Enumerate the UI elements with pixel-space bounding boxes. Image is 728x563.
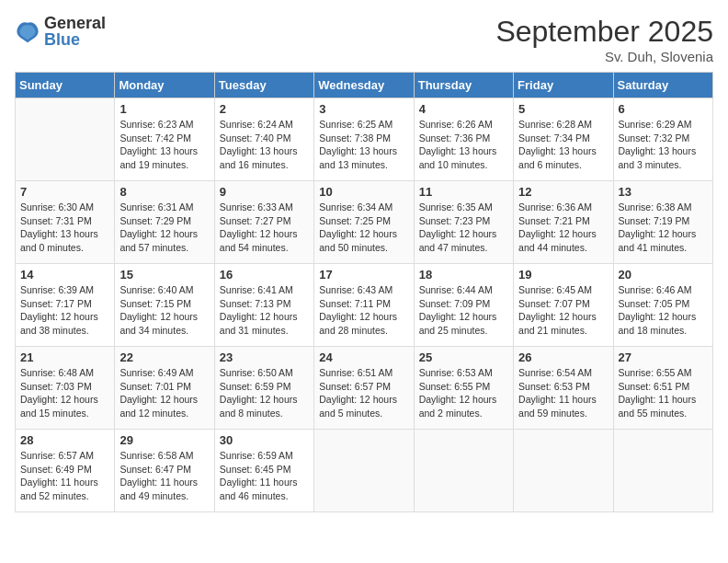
- month-title: September 2025: [495, 15, 713, 49]
- day-info: Sunrise: 6:57 AM Sunset: 6:49 PM Dayligh…: [20, 449, 109, 503]
- day-number: 15: [119, 268, 209, 282]
- calendar-week-1: 1Sunrise: 6:23 AM Sunset: 7:42 PM Daylig…: [16, 98, 713, 181]
- calendar-cell: 18Sunrise: 6:44 AM Sunset: 7:09 PM Dayli…: [414, 264, 513, 347]
- calendar-cell: 3Sunrise: 6:25 AM Sunset: 7:38 PM Daylig…: [314, 98, 414, 181]
- calendar-cell: 17Sunrise: 6:43 AM Sunset: 7:11 PM Dayli…: [314, 264, 414, 347]
- calendar-cell: [16, 98, 115, 181]
- day-number: 26: [518, 350, 608, 364]
- day-number: 5: [518, 102, 608, 116]
- calendar-cell: 21Sunrise: 6:48 AM Sunset: 7:03 PM Dayli…: [16, 347, 115, 430]
- day-info: Sunrise: 6:36 AM Sunset: 7:21 PM Dayligh…: [518, 201, 608, 255]
- day-number: 9: [220, 185, 309, 199]
- day-number: 22: [119, 350, 209, 364]
- calendar-cell: [514, 430, 613, 512]
- calendar-cell: 8Sunrise: 6:31 AM Sunset: 7:29 PM Daylig…: [115, 181, 214, 264]
- calendar-cell: 13Sunrise: 6:38 AM Sunset: 7:19 PM Dayli…: [613, 181, 712, 264]
- day-info: Sunrise: 6:59 AM Sunset: 6:45 PM Dayligh…: [220, 449, 309, 503]
- calendar-cell: 15Sunrise: 6:40 AM Sunset: 7:15 PM Dayli…: [115, 264, 214, 347]
- day-info: Sunrise: 6:58 AM Sunset: 6:47 PM Dayligh…: [119, 449, 209, 503]
- logo-text: General Blue: [44, 15, 106, 48]
- day-number: 11: [419, 185, 508, 199]
- title-block: September 2025 Sv. Duh, Slovenia: [495, 15, 713, 64]
- day-number: 8: [119, 185, 209, 199]
- col-sunday: Sunday: [16, 73, 115, 98]
- day-info: Sunrise: 6:44 AM Sunset: 7:09 PM Dayligh…: [419, 283, 508, 338]
- day-number: 17: [319, 268, 408, 282]
- calendar-cell: 1Sunrise: 6:23 AM Sunset: 7:42 PM Daylig…: [115, 98, 214, 181]
- day-number: 24: [319, 350, 408, 364]
- col-friday: Friday: [514, 73, 613, 98]
- day-number: 20: [619, 268, 708, 282]
- day-info: Sunrise: 6:43 AM Sunset: 7:11 PM Dayligh…: [319, 283, 408, 338]
- day-info: Sunrise: 6:50 AM Sunset: 6:59 PM Dayligh…: [220, 366, 309, 420]
- logo-general: General: [44, 15, 106, 31]
- calendar-week-3: 14Sunrise: 6:39 AM Sunset: 7:17 PM Dayli…: [16, 264, 713, 347]
- calendar-cell: [613, 430, 712, 512]
- day-info: Sunrise: 6:41 AM Sunset: 7:13 PM Dayligh…: [220, 283, 309, 338]
- calendar-cell: 6Sunrise: 6:29 AM Sunset: 7:32 PM Daylig…: [613, 98, 712, 181]
- calendar-week-2: 7Sunrise: 6:30 AM Sunset: 7:31 PM Daylig…: [16, 181, 713, 264]
- day-number: 13: [619, 185, 708, 199]
- calendar-cell: 24Sunrise: 6:51 AM Sunset: 6:57 PM Dayli…: [314, 347, 414, 430]
- col-saturday: Saturday: [613, 73, 712, 98]
- col-wednesday: Wednesday: [314, 73, 414, 98]
- calendar-cell: 10Sunrise: 6:34 AM Sunset: 7:25 PM Dayli…: [314, 181, 414, 264]
- day-info: Sunrise: 6:45 AM Sunset: 7:07 PM Dayligh…: [518, 283, 608, 338]
- calendar-cell: 5Sunrise: 6:28 AM Sunset: 7:34 PM Daylig…: [514, 98, 613, 181]
- day-info: Sunrise: 6:28 AM Sunset: 7:34 PM Dayligh…: [518, 118, 608, 172]
- day-info: Sunrise: 6:39 AM Sunset: 7:17 PM Dayligh…: [20, 283, 109, 338]
- day-info: Sunrise: 6:26 AM Sunset: 7:36 PM Dayligh…: [419, 118, 508, 172]
- col-monday: Monday: [115, 73, 214, 98]
- calendar-week-4: 21Sunrise: 6:48 AM Sunset: 7:03 PM Dayli…: [16, 347, 713, 430]
- calendar-cell: 29Sunrise: 6:58 AM Sunset: 6:47 PM Dayli…: [115, 430, 214, 512]
- day-info: Sunrise: 6:38 AM Sunset: 7:19 PM Dayligh…: [619, 201, 708, 255]
- day-number: 28: [20, 433, 109, 447]
- day-number: 29: [119, 433, 209, 447]
- day-info: Sunrise: 6:46 AM Sunset: 7:05 PM Dayligh…: [619, 283, 708, 338]
- day-number: 19: [518, 268, 608, 282]
- calendar-cell: 27Sunrise: 6:55 AM Sunset: 6:51 PM Dayli…: [613, 347, 712, 430]
- day-number: 3: [319, 102, 408, 116]
- day-number: 12: [518, 185, 608, 199]
- day-number: 23: [220, 350, 309, 364]
- day-number: 18: [419, 268, 508, 282]
- day-info: Sunrise: 6:49 AM Sunset: 7:01 PM Dayligh…: [119, 366, 209, 420]
- calendar-table: Sunday Monday Tuesday Wednesday Thursday…: [15, 72, 713, 512]
- day-number: 1: [119, 102, 209, 116]
- day-info: Sunrise: 6:55 AM Sunset: 6:51 PM Dayligh…: [619, 366, 708, 420]
- day-info: Sunrise: 6:29 AM Sunset: 7:32 PM Dayligh…: [619, 118, 708, 172]
- day-info: Sunrise: 6:34 AM Sunset: 7:25 PM Dayligh…: [319, 201, 408, 255]
- day-info: Sunrise: 6:40 AM Sunset: 7:15 PM Dayligh…: [119, 283, 209, 338]
- calendar-week-5: 28Sunrise: 6:57 AM Sunset: 6:49 PM Dayli…: [16, 430, 713, 512]
- day-number: 14: [20, 268, 109, 282]
- day-info: Sunrise: 6:33 AM Sunset: 7:27 PM Dayligh…: [220, 201, 309, 255]
- calendar-cell: 19Sunrise: 6:45 AM Sunset: 7:07 PM Dayli…: [514, 264, 613, 347]
- day-info: Sunrise: 6:53 AM Sunset: 6:55 PM Dayligh…: [419, 366, 508, 420]
- day-number: 7: [20, 185, 109, 199]
- day-number: 4: [419, 102, 508, 116]
- day-number: 21: [20, 350, 109, 364]
- calendar-cell: 23Sunrise: 6:50 AM Sunset: 6:59 PM Dayli…: [214, 347, 313, 430]
- col-tuesday: Tuesday: [214, 73, 313, 98]
- day-info: Sunrise: 6:24 AM Sunset: 7:40 PM Dayligh…: [220, 118, 309, 172]
- calendar-cell: 25Sunrise: 6:53 AM Sunset: 6:55 PM Dayli…: [414, 347, 513, 430]
- logo: General Blue: [15, 15, 106, 48]
- page-header: General Blue September 2025 Sv. Duh, Slo…: [15, 15, 713, 64]
- calendar-cell: 16Sunrise: 6:41 AM Sunset: 7:13 PM Dayli…: [214, 264, 313, 347]
- calendar-cell: 28Sunrise: 6:57 AM Sunset: 6:49 PM Dayli…: [16, 430, 115, 512]
- calendar-cell: [314, 430, 414, 512]
- calendar-cell: 4Sunrise: 6:26 AM Sunset: 7:36 PM Daylig…: [414, 98, 513, 181]
- day-info: Sunrise: 6:51 AM Sunset: 6:57 PM Dayligh…: [319, 366, 408, 420]
- calendar-cell: 9Sunrise: 6:33 AM Sunset: 7:27 PM Daylig…: [214, 181, 313, 264]
- logo-icon: [15, 18, 40, 44]
- day-number: 27: [619, 350, 708, 364]
- location-subtitle: Sv. Duh, Slovenia: [495, 49, 713, 64]
- calendar-cell: [414, 430, 513, 512]
- day-number: 30: [220, 433, 309, 447]
- calendar-cell: 7Sunrise: 6:30 AM Sunset: 7:31 PM Daylig…: [16, 181, 115, 264]
- header-row: Sunday Monday Tuesday Wednesday Thursday…: [16, 73, 713, 98]
- calendar-cell: 26Sunrise: 6:54 AM Sunset: 6:53 PM Dayli…: [514, 347, 613, 430]
- day-number: 2: [220, 102, 309, 116]
- calendar-cell: 11Sunrise: 6:35 AM Sunset: 7:23 PM Dayli…: [414, 181, 513, 264]
- day-info: Sunrise: 6:54 AM Sunset: 6:53 PM Dayligh…: [518, 366, 608, 420]
